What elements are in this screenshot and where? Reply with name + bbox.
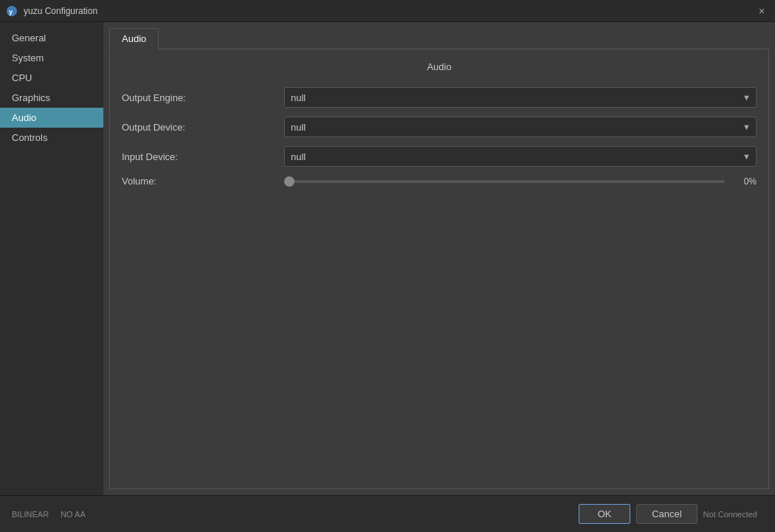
footer: BILINEAR NO AA OK Cancel Not Connected [0,495,775,532]
input-device-control: null ▼ [284,146,757,167]
input-device-row: Input Device: null ▼ [122,146,757,167]
titlebar: y yuzu Configuration × [0,0,775,22]
window-title: yuzu Configuration [24,6,748,16]
output-device-select-wrapper: null ▼ [284,117,757,137]
sidebar-item-general[interactable]: General [0,28,103,48]
volume-slider-container: 0% [284,176,757,187]
input-device-label: Input Device: [122,151,284,162]
output-engine-select[interactable]: null [284,87,757,108]
output-engine-control: null ▼ [284,87,757,108]
volume-value: 0% [731,176,757,187]
main-area: General System CPU Graphics Audio Contro… [0,22,775,495]
volume-row: Volume: 0% [122,176,757,187]
input-device-select-wrapper: null ▼ [284,146,757,167]
volume-label: Volume: [122,176,284,187]
section-title: Audio [122,61,757,75]
output-device-control: null ▼ [284,117,757,137]
connection-status: Not Connected [703,510,763,519]
output-engine-row: Output Engine: null ▼ [122,87,757,108]
sidebar: General System CPU Graphics Audio Contro… [0,22,103,495]
yuzu-icon: y [6,5,18,17]
output-engine-select-wrapper: null ▼ [284,87,757,108]
sidebar-item-cpu[interactable]: CPU [0,68,103,88]
output-device-label: Output Device: [122,122,284,133]
output-engine-label: Output Engine: [122,92,284,103]
sidebar-item-audio[interactable]: Audio [0,108,103,128]
cancel-button[interactable]: Cancel [636,504,697,524]
sidebar-item-graphics[interactable]: Graphics [0,88,103,108]
svg-text:y: y [9,8,13,15]
footer-status: BILINEAR NO AA [12,510,573,519]
audio-panel: Audio Output Engine: null ▼ Output Devic… [109,49,769,489]
tab-audio[interactable]: Audio [109,28,159,49]
content-area: Audio Audio Output Engine: null ▼ [103,22,775,495]
input-device-select[interactable]: null [284,146,757,167]
output-device-row: Output Device: null ▼ [122,117,757,137]
volume-slider[interactable] [284,180,725,183]
status-bilinear: BILINEAR [12,510,49,519]
close-button[interactable]: × [754,4,769,18]
output-device-select[interactable]: null [284,117,757,137]
tab-bar: Audio [109,28,769,49]
sidebar-item-controls[interactable]: Controls [0,128,103,148]
ok-button[interactable]: OK [579,504,630,524]
status-no-aa: NO AA [61,510,86,519]
sidebar-item-system[interactable]: System [0,48,103,68]
